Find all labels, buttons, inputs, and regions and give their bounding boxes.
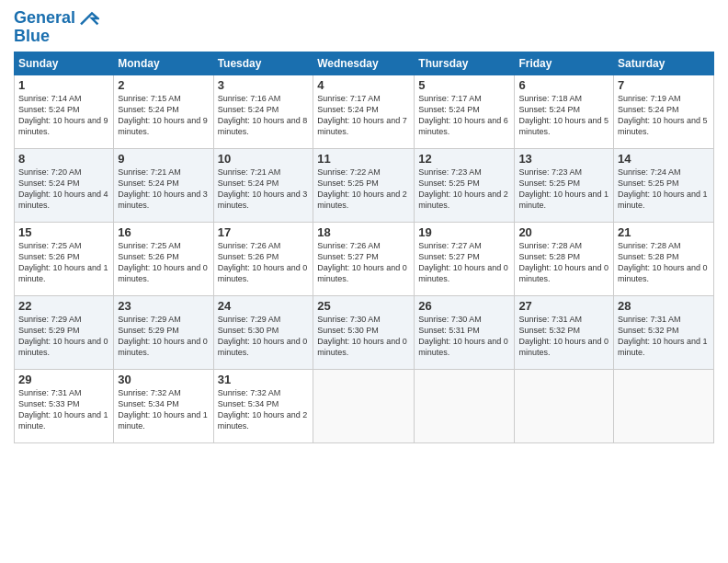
day-number: 16	[118, 225, 209, 239]
day-number: 27	[518, 299, 609, 313]
calendar-week-2: 8 Sunrise: 7:20 AMSunset: 5:24 PMDayligh…	[15, 148, 714, 222]
calendar-cell: 16 Sunrise: 7:25 AMSunset: 5:26 PMDaylig…	[114, 222, 213, 295]
day-number: 26	[418, 299, 510, 313]
calendar-header-row: SundayMondayTuesdayWednesdayThursdayFrid…	[15, 52, 714, 75]
calendar-cell: 15 Sunrise: 7:25 AMSunset: 5:26 PMDaylig…	[15, 222, 114, 295]
day-number: 22	[18, 299, 109, 313]
day-info: Sunrise: 7:31 AMSunset: 5:33 PMDaylight:…	[18, 388, 108, 431]
day-number: 19	[418, 225, 510, 239]
day-info: Sunrise: 7:18 AMSunset: 5:24 PMDaylight:…	[518, 94, 609, 136]
day-number: 20	[518, 225, 609, 239]
header-thursday: Thursday	[415, 52, 515, 75]
calendar-week-1: 1 Sunrise: 7:14 AMSunset: 5:24 PMDayligh…	[15, 75, 714, 148]
calendar-cell: 2 Sunrise: 7:15 AMSunset: 5:24 PMDayligh…	[114, 75, 213, 148]
calendar-cell: 23 Sunrise: 7:29 AMSunset: 5:29 PMDaylig…	[114, 295, 213, 369]
day-number: 3	[218, 78, 310, 92]
day-info: Sunrise: 7:30 AMSunset: 5:31 PMDaylight:…	[418, 315, 508, 357]
calendar-cell: 8 Sunrise: 7:20 AMSunset: 5:24 PMDayligh…	[15, 148, 114, 222]
day-info: Sunrise: 7:25 AMSunset: 5:26 PMDaylight:…	[118, 241, 208, 283]
calendar-week-5: 29 Sunrise: 7:31 AMSunset: 5:33 PMDaylig…	[15, 369, 714, 442]
day-number: 12	[418, 152, 510, 166]
calendar-cell: 30 Sunrise: 7:32 AMSunset: 5:34 PMDaylig…	[114, 369, 213, 442]
day-info: Sunrise: 7:30 AMSunset: 5:30 PMDaylight:…	[317, 315, 407, 357]
day-number: 18	[317, 225, 410, 239]
day-number: 7	[618, 78, 710, 92]
day-info: Sunrise: 7:17 AMSunset: 5:24 PMDaylight:…	[317, 94, 407, 136]
calendar-cell: 7 Sunrise: 7:19 AMSunset: 5:24 PMDayligh…	[614, 75, 714, 148]
header-monday: Monday	[114, 52, 213, 75]
calendar-cell	[313, 369, 415, 442]
logo-text: General	[14, 9, 75, 28]
day-info: Sunrise: 7:21 AMSunset: 5:24 PMDaylight:…	[218, 167, 308, 210]
day-info: Sunrise: 7:23 AMSunset: 5:25 PMDaylight:…	[418, 167, 508, 210]
day-info: Sunrise: 7:28 AMSunset: 5:28 PMDaylight:…	[618, 241, 708, 283]
day-info: Sunrise: 7:32 AMSunset: 5:34 PMDaylight:…	[218, 388, 308, 431]
calendar-cell: 10 Sunrise: 7:21 AMSunset: 5:24 PMDaylig…	[213, 148, 313, 222]
calendar-cell: 31 Sunrise: 7:32 AMSunset: 5:34 PMDaylig…	[213, 369, 313, 442]
calendar-cell	[415, 369, 515, 442]
calendar-cell: 17 Sunrise: 7:26 AMSunset: 5:26 PMDaylig…	[213, 222, 313, 295]
calendar-week-4: 22 Sunrise: 7:29 AMSunset: 5:29 PMDaylig…	[15, 295, 714, 369]
day-info: Sunrise: 7:25 AMSunset: 5:26 PMDaylight:…	[18, 241, 108, 283]
calendar-cell	[515, 369, 614, 442]
header: General Blue	[14, 9, 714, 46]
logo-text2: Blue	[14, 28, 99, 46]
day-info: Sunrise: 7:14 AMSunset: 5:24 PMDaylight:…	[18, 94, 108, 136]
header-saturday: Saturday	[614, 52, 714, 75]
day-number: 17	[218, 225, 310, 239]
day-info: Sunrise: 7:24 AMSunset: 5:25 PMDaylight:…	[618, 167, 708, 210]
day-number: 14	[618, 152, 710, 166]
day-number: 31	[218, 373, 310, 386]
calendar-cell: 3 Sunrise: 7:16 AMSunset: 5:24 PMDayligh…	[213, 75, 313, 148]
day-number: 11	[317, 152, 410, 166]
calendar-cell: 9 Sunrise: 7:21 AMSunset: 5:24 PMDayligh…	[114, 148, 213, 222]
day-number: 10	[218, 152, 310, 166]
day-info: Sunrise: 7:16 AMSunset: 5:24 PMDaylight:…	[218, 94, 308, 136]
calendar-cell: 1 Sunrise: 7:14 AMSunset: 5:24 PMDayligh…	[15, 75, 114, 148]
day-number: 2	[118, 78, 209, 92]
calendar-table: SundayMondayTuesdayWednesdayThursdayFrid…	[14, 52, 714, 443]
day-number: 24	[218, 299, 310, 313]
day-info: Sunrise: 7:20 AMSunset: 5:24 PMDaylight:…	[18, 167, 108, 210]
day-number: 1	[18, 78, 109, 92]
day-info: Sunrise: 7:28 AMSunset: 5:28 PMDaylight:…	[518, 241, 609, 283]
day-info: Sunrise: 7:27 AMSunset: 5:27 PMDaylight:…	[418, 241, 508, 283]
day-number: 4	[317, 78, 410, 92]
day-info: Sunrise: 7:32 AMSunset: 5:34 PMDaylight:…	[118, 388, 208, 431]
logo-icon	[77, 9, 99, 28]
calendar-cell	[614, 369, 714, 442]
day-info: Sunrise: 7:22 AMSunset: 5:25 PMDaylight:…	[317, 167, 407, 210]
day-info: Sunrise: 7:15 AMSunset: 5:24 PMDaylight:…	[118, 94, 208, 136]
calendar-week-3: 15 Sunrise: 7:25 AMSunset: 5:26 PMDaylig…	[15, 222, 714, 295]
calendar-cell: 29 Sunrise: 7:31 AMSunset: 5:33 PMDaylig…	[15, 369, 114, 442]
calendar-cell: 13 Sunrise: 7:23 AMSunset: 5:25 PMDaylig…	[515, 148, 614, 222]
day-number: 9	[118, 152, 209, 166]
day-number: 29	[18, 373, 109, 386]
calendar-cell: 14 Sunrise: 7:24 AMSunset: 5:25 PMDaylig…	[614, 148, 714, 222]
day-number: 23	[118, 299, 209, 313]
day-info: Sunrise: 7:31 AMSunset: 5:32 PMDaylight:…	[518, 315, 609, 357]
header-friday: Friday	[515, 52, 614, 75]
calendar-page: General Blue SundayMondayTuesdayWednesda…	[0, 0, 728, 563]
calendar-cell: 24 Sunrise: 7:29 AMSunset: 5:30 PMDaylig…	[213, 295, 313, 369]
calendar-cell: 20 Sunrise: 7:28 AMSunset: 5:28 PMDaylig…	[515, 222, 614, 295]
logo: General Blue	[14, 9, 99, 46]
day-number: 6	[518, 78, 609, 92]
header-sunday: Sunday	[15, 52, 114, 75]
calendar-cell: 28 Sunrise: 7:31 AMSunset: 5:32 PMDaylig…	[614, 295, 714, 369]
day-number: 5	[418, 78, 510, 92]
day-number: 15	[18, 225, 109, 239]
calendar-cell: 18 Sunrise: 7:26 AMSunset: 5:27 PMDaylig…	[313, 222, 415, 295]
day-info: Sunrise: 7:29 AMSunset: 5:29 PMDaylight:…	[18, 315, 108, 357]
calendar-cell: 6 Sunrise: 7:18 AMSunset: 5:24 PMDayligh…	[515, 75, 614, 148]
day-number: 25	[317, 299, 410, 313]
day-info: Sunrise: 7:19 AMSunset: 5:24 PMDaylight:…	[618, 94, 708, 136]
calendar-cell: 26 Sunrise: 7:30 AMSunset: 5:31 PMDaylig…	[415, 295, 515, 369]
day-number: 13	[518, 152, 609, 166]
calendar-cell: 12 Sunrise: 7:23 AMSunset: 5:25 PMDaylig…	[415, 148, 515, 222]
calendar-cell: 22 Sunrise: 7:29 AMSunset: 5:29 PMDaylig…	[15, 295, 114, 369]
day-info: Sunrise: 7:23 AMSunset: 5:25 PMDaylight:…	[518, 167, 609, 210]
day-info: Sunrise: 7:29 AMSunset: 5:30 PMDaylight:…	[218, 315, 308, 357]
day-info: Sunrise: 7:21 AMSunset: 5:24 PMDaylight:…	[118, 167, 208, 210]
day-info: Sunrise: 7:26 AMSunset: 5:27 PMDaylight:…	[317, 241, 407, 283]
